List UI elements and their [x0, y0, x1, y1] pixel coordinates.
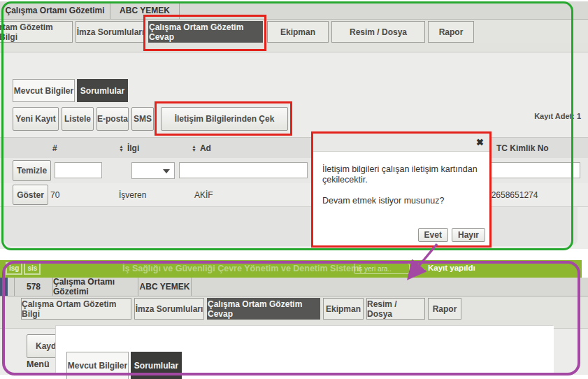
tab-resim-dosya[interactable]: Resim / Dosya	[331, 21, 425, 43]
tab-content-area: Kayde Menü Mevcut Bilgiler Sorumlular	[0, 329, 588, 375]
eposta-button[interactable]: E-posta	[96, 107, 129, 131]
app-header-bar: isg sis İş Sağlığı ve Güvenliği Çevre Yö…	[0, 260, 582, 278]
iletisim-bilgilerinden-cek-button[interactable]: İletişim Bilgilerinden Çek	[161, 107, 288, 131]
content-divider	[0, 43, 588, 52]
tab-ekipman[interactable]: Ekipman	[323, 298, 364, 320]
workplace-search-input[interactable]	[354, 263, 410, 274]
sort-icon[interactable]: ▲▼	[119, 145, 124, 152]
subtab-sorumlular[interactable]: Sorumlular	[77, 79, 128, 102]
column-header-ad[interactable]: ▲▼ Ad	[192, 138, 211, 158]
main-tab-bar: Çalışma Ortam Gözetim Bilgi İmza Sorumlu…	[0, 296, 588, 320]
menu-label: Menü	[27, 359, 50, 369]
table-row[interactable]: Göster 70 İşveren AKİF 22658651274	[0, 183, 588, 207]
tab-resim-dosya[interactable]: Resim / Dosya	[366, 298, 425, 320]
row-ilgi: İşveren	[119, 183, 146, 206]
temizle-button[interactable]: Temizle	[13, 160, 51, 181]
window-tab-bar: Çalışma Ortamı Gözetimi ABC YEMEK	[0, 1, 588, 20]
window-tab-calisma-ortami-gozetimi[interactable]: Çalışma Ortamı Gözetimi	[53, 278, 138, 296]
window-tab-bar: İ 578 Çalışma Ortamı Gözetimi ABC YEMEK	[0, 278, 588, 296]
tab-ekipman[interactable]: Ekipman	[267, 21, 329, 43]
logo-sis-box: sis	[24, 262, 41, 275]
dialog-buttons: Evet Hayır	[418, 228, 485, 242]
dialog-message: İletişim bilgileri çalışan iletişim kart…	[322, 164, 482, 206]
toolbar: Yeni Kayıt Listele E-posta SMS İletişim …	[13, 107, 288, 131]
window-tab-abc-yemek[interactable]: ABC YEMEK	[138, 278, 192, 296]
confirm-dialog: ✖ İletişim bilgileri çalışan iletişim ka…	[311, 131, 492, 248]
close-icon[interactable]: ✖	[476, 137, 484, 148]
app-title: İş Sağlığı ve Güvenliği Çevre Yönetim ve…	[122, 264, 361, 273]
record-count-label: Kayıt Adet: 1	[534, 112, 581, 120]
dialog-question: Devam etmek istiyor musunuz?	[322, 196, 482, 206]
tab-rapor[interactable]: Rapor	[428, 21, 474, 43]
row-tc: 22658651274	[487, 183, 538, 206]
column-header-id: #	[52, 138, 57, 158]
tab-rapor[interactable]: Rapor	[428, 298, 461, 320]
top-screenshot: Çalışma Ortamı Gözetimi ABC YEMEK rtam G…	[0, 0, 588, 250]
save-toast: Kayıt yapıldı	[428, 264, 475, 272]
subtab-mevcut-bilgiler[interactable]: Mevcut Bilgiler	[13, 79, 75, 102]
column-header-ad-label: Ad	[200, 143, 211, 153]
tab-imza-sorumlulari[interactable]: İmza Sorumluları	[134, 298, 204, 320]
sms-button[interactable]: SMS	[131, 107, 154, 131]
hayir-button[interactable]: Hayır	[452, 228, 485, 242]
bottom-screenshot: isg sis İş Sağlığı ve Güvenliği Çevre Yö…	[0, 260, 588, 375]
goster-button[interactable]: Göster	[13, 185, 48, 205]
filter-id-input[interactable]	[55, 162, 102, 178]
listele-button[interactable]: Listele	[62, 107, 94, 131]
dialog-message-line1: İletişim bilgileri çalışan iletişim kart…	[322, 164, 482, 175]
tab-calisma-ortam-gozetim-bilgi[interactable]: rtam Gözetim Bilgi	[0, 21, 73, 43]
yeni-kayit-button[interactable]: Yeni Kayıt	[13, 107, 59, 131]
app-logo: isg sis	[6, 262, 41, 275]
row-id: 70	[50, 183, 59, 206]
tab-imza-sorumlulari[interactable]: İmza Sorumluları	[76, 21, 145, 43]
row-ad: AKİF	[194, 183, 213, 206]
dialog-titlebar: ✖	[313, 134, 489, 152]
filter-ilgi-select[interactable]	[131, 162, 175, 179]
empty-grid-area	[4, 207, 578, 246]
window-tab-abc-yemek[interactable]: ABC YEMEK	[110, 1, 180, 19]
window-tab-578[interactable]: 578	[14, 278, 53, 296]
dropdown-chevron-icon	[163, 169, 170, 173]
column-header-tc: TC Kimlik No	[496, 138, 549, 158]
tab-calisma-ortam-gozetim-cevap[interactable]: Çalışma Ortam Gözetim Cevap	[207, 298, 320, 320]
tab-content-area: Mevcut Bilgiler Sorumlular Yeni Kayıt Li…	[0, 43, 588, 249]
sort-icon[interactable]: ▲▼	[192, 145, 196, 152]
column-header-ilgi-label: İlgi	[127, 143, 139, 153]
filter-row: Temizle	[0, 158, 588, 183]
table-header-row: # ▲▼ İlgi ▲▼ Ad TC Kimlik No	[0, 137, 588, 158]
tab-calisma-ortam-gozetim-cevap[interactable]: Çalışma Ortam Gözetim Cevap	[148, 21, 263, 43]
subtab-sorumlular[interactable]: Sorumlular	[131, 352, 182, 379]
logo-isg-box: isg	[6, 262, 22, 275]
screenshot-root: Çalışma Ortamı Gözetimi ABC YEMEK rtam G…	[0, 0, 588, 379]
filter-ad-input[interactable]	[179, 162, 308, 178]
evet-button[interactable]: Evet	[418, 228, 448, 242]
window-tab-calisma-ortami-gozetimi[interactable]: Çalışma Ortamı Gözetimi	[0, 1, 110, 19]
dialog-message-line2: çekilecektir.	[322, 175, 482, 185]
subtab-mevcut-bilgiler[interactable]: Mevcut Bilgiler	[66, 352, 129, 379]
filter-tc-input[interactable]	[487, 162, 580, 178]
main-tab-bar: rtam Gözetim Bilgi İmza Sorumluları Çalı…	[0, 20, 588, 43]
tab-calisma-ortam-gozetim-bilgi[interactable]: Çalışma Ortam Gözetim Bilgi	[21, 298, 131, 320]
column-header-ilgi[interactable]: ▲▼ İlgi	[119, 138, 139, 158]
partial-side-tab[interactable]: İ	[0, 278, 8, 296]
